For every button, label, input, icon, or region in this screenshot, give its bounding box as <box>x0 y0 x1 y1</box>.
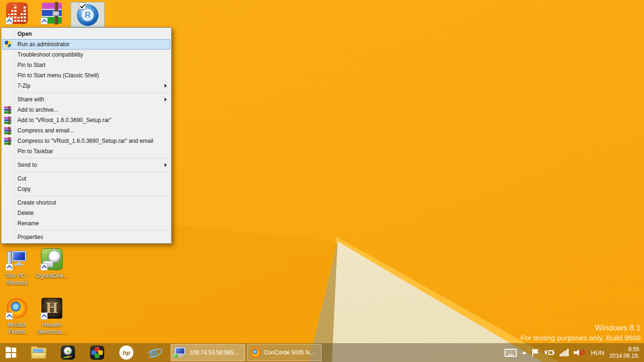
uac-shield-icon <box>5 41 12 48</box>
menu-item-7zip[interactable]: 7-Zip <box>1 81 171 91</box>
shortcut-arrow-icon <box>41 313 48 320</box>
taskbar-button-remote-desktop[interactable]: 109.74.53.58:5656 ... <box>171 344 245 361</box>
menu-item-share-with[interactable]: Share with <box>1 94 171 105</box>
shortcut-arrow-icon <box>6 313 13 320</box>
desktop: Windows 8.1 For testing purposes only. B… <box>0 0 644 362</box>
show-hidden-icons-icon[interactable] <box>522 351 527 354</box>
desktop-icon-winrar-shortcut[interactable] <box>35 2 69 25</box>
clock-date: 2014.06.19. <box>610 353 639 359</box>
vroot-letter: R <box>82 9 94 21</box>
icon-label: This PC - Shortcut <box>5 272 29 287</box>
clock-time: 8:55 <box>610 346 639 353</box>
winrar-icon <box>4 107 11 114</box>
icon-label: CrystalDisk... <box>35 272 69 280</box>
windows-logo-icon <box>6 347 16 358</box>
menu-item-compress-and-email[interactable]: Compress and email... <box>1 125 171 136</box>
hp-logo-icon: hp <box>119 346 133 360</box>
menu-separator <box>16 172 170 172</box>
touch-keyboard-icon[interactable] <box>504 349 517 357</box>
build-watermark: Windows 8.1 For testing purposes only. B… <box>520 323 641 342</box>
menu-item-compress-to-named-rar-and-email[interactable]: Compress to "VRoot_1.6.0.3690_Setup.rar"… <box>1 136 171 146</box>
desktop-icon-heaven-benchmark[interactable]: H Heaven Benchma... <box>35 297 69 336</box>
menu-item-open[interactable]: Open <box>1 29 171 39</box>
submenu-arrow-icon <box>165 98 167 101</box>
menu-item-pin-to-start[interactable]: Pin to Start <box>1 60 171 70</box>
menu-separator <box>16 92 170 93</box>
winrar-icon <box>4 127 11 134</box>
menu-item-send-to[interactable]: Send to <box>1 160 171 170</box>
network-signal-icon[interactable] <box>560 349 569 356</box>
menu-separator <box>16 230 170 230</box>
taskbar-hp-app[interactable]: hp <box>117 343 136 362</box>
desktop-icon-crystaldiskmark[interactable]: CrystalDisk... <box>35 248 69 280</box>
desktop-icon-benchmark-shortcut[interactable] <box>0 2 34 25</box>
taskbar-media-player[interactable] <box>58 343 77 362</box>
taskbar: hp e 109.74.53.58:5656 ... ConCorde 5005… <box>0 343 644 362</box>
menu-item-add-to-named-rar[interactable]: Add to "VRoot_1.6.0.3690_Setup.rar" <box>1 115 171 125</box>
clock[interactable]: 8:55 2014.06.19. <box>610 346 639 359</box>
submenu-arrow-icon <box>165 84 167 88</box>
taskbar-button-firefox-concorde[interactable]: ConCorde 5005 N... <box>247 344 322 361</box>
system-tray: HUN 8:55 2014.06.19. <box>504 346 644 359</box>
internet-explorer-icon: e <box>146 345 161 360</box>
desktop-icon-vroot-setup[interactable]: R <box>71 2 105 27</box>
menu-item-run-as-administrator[interactable]: Run as administrator <box>2 39 170 49</box>
start-button[interactable] <box>0 343 23 362</box>
menu-separator <box>16 158 170 158</box>
item-checkbox[interactable] <box>79 2 86 9</box>
icon-label: Mozilla Firefox <box>8 321 25 336</box>
winrar-icon <box>4 138 11 145</box>
remote-desktop-icon <box>174 347 186 358</box>
menu-item-pin-to-taskbar[interactable]: Pin to Taskbar <box>1 146 171 156</box>
watermark-os-name: Windows 8.1 <box>520 323 641 333</box>
shortcut-arrow-icon <box>6 263 13 271</box>
menu-item-delete[interactable]: Delete <box>1 208 171 218</box>
file-explorer-icon <box>31 346 46 359</box>
menu-item-properties[interactable]: Properties <box>1 232 171 242</box>
action-center-flag-icon[interactable] <box>532 349 539 356</box>
taskbar-file-explorer[interactable] <box>29 343 48 362</box>
shortcut-arrow-icon <box>41 263 48 271</box>
menu-item-create-shortcut[interactable]: Create shortcut <box>1 197 171 208</box>
watermark-build-text: For testing purposes only. Build 9600 <box>520 334 641 342</box>
menu-item-add-to-archive[interactable]: Add to archive... <box>1 105 171 115</box>
winrar-icon <box>4 117 11 124</box>
taskbar-codec-pack[interactable] <box>88 343 107 362</box>
menu-item-cut[interactable]: Cut <box>1 173 171 184</box>
media-player-icon <box>61 346 75 360</box>
desktop-icon-this-pc[interactable]: This PC - Shortcut <box>0 248 34 287</box>
menu-item-copy[interactable]: Copy <box>1 184 171 194</box>
menu-separator <box>16 196 170 196</box>
menu-item-rename[interactable]: Rename <box>1 218 171 229</box>
taskbar-internet-explorer[interactable]: e <box>144 343 163 362</box>
menu-item-troubleshoot-compatibility[interactable]: Troubleshoot compatibility <box>1 49 171 60</box>
codec-puzzle-icon <box>90 346 104 360</box>
icon-label: Heaven Benchma... <box>38 321 66 336</box>
menu-item-pin-to-start-classic-shell[interactable]: Pin to Start menu (Classic Shell) <box>1 70 171 81</box>
submenu-arrow-icon <box>165 163 167 167</box>
language-indicator[interactable]: HUN <box>591 349 604 356</box>
context-menu: Open Run as administrator Troubleshoot c… <box>1 27 172 244</box>
volume-muted-icon[interactable] <box>574 348 586 357</box>
power-battery-icon[interactable] <box>544 349 554 356</box>
desktop-icon-firefox[interactable]: Mozilla Firefox <box>0 297 34 336</box>
firefox-icon <box>250 347 261 358</box>
shortcut-arrow-icon <box>41 17 48 25</box>
shortcut-arrow-icon <box>6 17 13 25</box>
